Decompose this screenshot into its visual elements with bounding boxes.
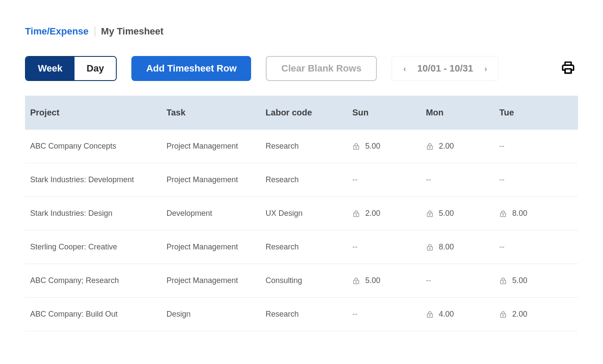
time-value: -- [352, 175, 357, 184]
time-cell[interactable]: -- [352, 243, 426, 252]
time-value: 5.00 [439, 209, 454, 218]
lock-icon [426, 209, 434, 218]
breadcrumb-separator [95, 26, 95, 37]
svg-rect-1 [565, 69, 571, 73]
cell-labor[interactable]: Consulting [266, 276, 352, 285]
col-header-mon: Mon [426, 108, 500, 118]
cell-task[interactable]: Development [166, 209, 265, 218]
time-value: -- [499, 142, 504, 151]
time-cell[interactable]: -- [426, 276, 500, 285]
time-cell[interactable]: -- [352, 175, 426, 184]
toolbar: Week Day Add Timesheet Row Clear Blank R… [25, 56, 578, 81]
date-range-label[interactable]: 10/01 - 10/31 [417, 63, 473, 74]
print-button[interactable] [558, 56, 578, 81]
view-toggle-week[interactable]: Week [26, 57, 75, 80]
print-icon [561, 60, 575, 77]
col-header-task: Task [166, 108, 265, 118]
add-timesheet-row-button[interactable]: Add Timesheet Row [131, 56, 251, 81]
time-cell[interactable]: 4.00 [426, 310, 500, 319]
lock-icon [499, 310, 507, 319]
table-row: Stark Industries: DesignDevelopmentUX De… [25, 197, 578, 230]
table-row: ABC Company; ResearchProject ManagementC… [25, 264, 578, 298]
time-cell[interactable]: -- [499, 243, 573, 252]
cell-task[interactable]: Project Management [166, 142, 265, 151]
time-cell[interactable]: -- [352, 310, 426, 319]
time-value: 4.00 [439, 310, 454, 319]
time-cell[interactable]: 5.00 [352, 276, 426, 285]
time-cell[interactable]: 5.00 [352, 142, 426, 151]
time-cell[interactable]: 2.00 [499, 310, 573, 319]
time-cell[interactable]: 5.00 [499, 276, 573, 285]
cell-labor[interactable]: Research [266, 175, 352, 184]
breadcrumb-current: My Timesheet [101, 26, 164, 37]
col-header-sun: Sun [352, 108, 426, 118]
table-row: ABC Company: Build OutDesignResearch--4.… [25, 298, 578, 331]
time-cell[interactable]: -- [499, 175, 573, 184]
cell-labor[interactable]: UX Design [266, 209, 352, 218]
chevron-left-icon[interactable]: ‹ [401, 62, 409, 75]
cell-project[interactable]: ABC Company Concepts [30, 142, 166, 151]
time-value: -- [352, 310, 357, 319]
lock-icon [352, 142, 360, 151]
lock-icon [426, 310, 434, 319]
breadcrumb-section-link[interactable]: Time/Expense [25, 26, 89, 37]
view-toggle-day[interactable]: Day [75, 57, 116, 80]
col-header-labor: Labor code [266, 108, 352, 118]
time-cell[interactable]: 2.00 [352, 209, 426, 218]
col-header-tue: Tue [499, 108, 573, 118]
time-cell[interactable]: 2.00 [426, 142, 500, 151]
time-value: 2.00 [512, 310, 527, 319]
time-value: -- [352, 243, 357, 252]
time-value: 8.00 [512, 209, 527, 218]
table-row: ABC Company ConceptsProject ManagementRe… [25, 130, 578, 163]
table-header: Project Task Labor code Sun Mon Tue [25, 96, 578, 130]
col-header-project: Project [30, 108, 166, 118]
lock-icon [352, 277, 360, 285]
cell-project[interactable]: Stark Industries: Development [30, 175, 166, 184]
time-value: -- [426, 276, 431, 285]
time-cell[interactable]: 8.00 [426, 243, 500, 252]
cell-task[interactable]: Project Management [166, 175, 265, 184]
date-range-picker: ‹ 10/01 - 10/31 › [392, 56, 499, 81]
view-toggle: Week Day [25, 56, 117, 81]
cell-project[interactable]: Sterling Cooper: Creative [30, 243, 166, 252]
time-value: 5.00 [365, 276, 380, 285]
time-value: 2.00 [365, 209, 380, 218]
timesheet-table: Project Task Labor code Sun Mon Tue ABC … [25, 96, 578, 331]
lock-icon [499, 209, 507, 218]
breadcrumb: Time/Expense My Timesheet [25, 26, 578, 37]
cell-task[interactable]: Project Management [166, 243, 265, 252]
time-cell[interactable]: -- [426, 175, 500, 184]
cell-task[interactable]: Design [166, 310, 265, 319]
cell-labor[interactable]: Research [266, 142, 352, 151]
time-cell[interactable]: -- [499, 142, 573, 151]
time-cell[interactable]: 5.00 [426, 209, 500, 218]
time-value: 5.00 [365, 142, 380, 151]
time-cell[interactable]: 8.00 [499, 209, 573, 218]
time-value: 2.00 [439, 142, 454, 151]
lock-icon [499, 277, 507, 285]
lock-icon [426, 243, 434, 252]
time-value: -- [499, 243, 504, 252]
lock-icon [352, 209, 360, 218]
time-value: -- [426, 175, 431, 184]
chevron-right-icon[interactable]: › [482, 62, 490, 75]
lock-icon [426, 142, 434, 151]
cell-task[interactable]: Project Management [166, 276, 265, 285]
cell-project[interactable]: ABC Company: Build Out [30, 310, 166, 319]
table-row: Stark Industries: DevelopmentProject Man… [25, 163, 578, 197]
table-body: ABC Company ConceptsProject ManagementRe… [25, 130, 578, 331]
cell-project[interactable]: Stark Industries: Design [30, 209, 166, 218]
cell-labor[interactable]: Research [266, 243, 352, 252]
time-value: -- [499, 175, 504, 184]
cell-labor[interactable]: Research [266, 310, 352, 319]
table-row: Sterling Cooper: CreativeProject Managem… [25, 230, 578, 264]
time-value: 5.00 [512, 276, 527, 285]
time-value: 8.00 [439, 243, 454, 252]
cell-project[interactable]: ABC Company; Research [30, 276, 166, 285]
clear-blank-rows-button[interactable]: Clear Blank Rows [266, 56, 377, 81]
